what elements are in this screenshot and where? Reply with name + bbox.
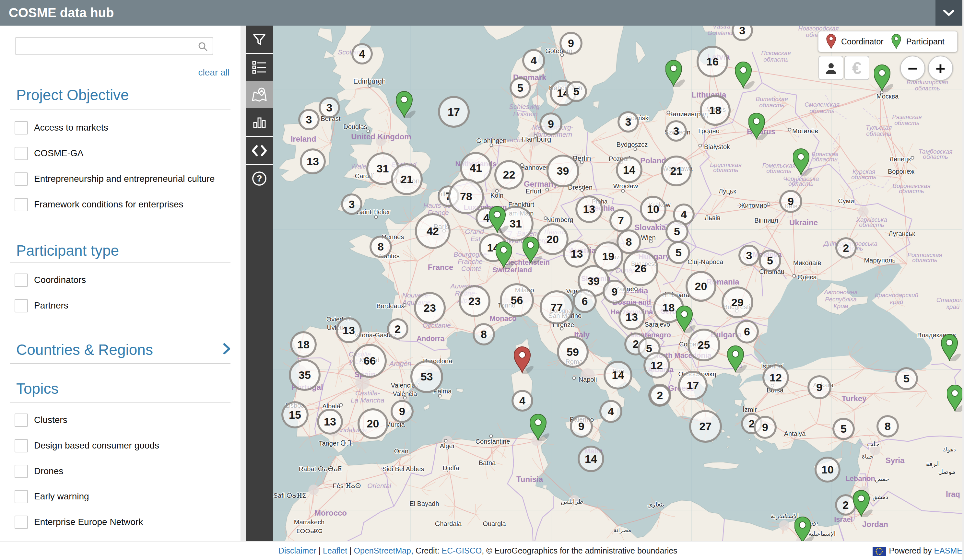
- svg-text:Grand-: Grand-: [465, 228, 486, 235]
- svg-text:حماة: حماة: [862, 453, 874, 460]
- svg-text:Edinburgh: Edinburgh: [353, 77, 386, 85]
- svg-text:Hannover: Hannover: [520, 164, 549, 171]
- svg-text:Tanger Ⴇ.Ⴈ.: Tanger Ⴇ.Ⴈ.: [319, 440, 353, 447]
- svg-text:İzmir: İzmir: [743, 406, 757, 413]
- svg-text:Ireland: Ireland: [291, 135, 316, 143]
- svg-text:область: область: [851, 174, 876, 181]
- svg-text:край: край: [946, 303, 960, 310]
- svg-text:Ставропол: Ставропол: [936, 296, 964, 303]
- svg-text:область: область: [713, 166, 738, 173]
- svg-text:Djelfa: Djelfa: [443, 464, 459, 472]
- svg-text:Витебская: Витебская: [756, 96, 788, 103]
- svg-text:Fès ⴼⴰⵙ: Fès ⴼⴰⵙ: [332, 482, 361, 489]
- svg-text:Saint Helier: Saint Helier: [357, 208, 390, 215]
- svg-text:Wien: Wien: [641, 234, 656, 241]
- svg-text:الرقة: الرقة: [926, 460, 940, 468]
- svg-text:Białystok: Białystok: [704, 143, 730, 150]
- svg-text:Franche-: Franche-: [458, 258, 485, 265]
- svg-text:Rabat ⵔⴰⴱⴰⵟ: Rabat ⵔⴰⴱⴰⵟ: [299, 466, 342, 472]
- svg-text:حلب: حلب: [867, 440, 880, 448]
- svg-text:Маріуполь: Маріуполь: [864, 257, 895, 264]
- svg-text:Краснодарский: Краснодарский: [875, 291, 918, 298]
- svg-text:Napoli: Napoli: [579, 376, 597, 383]
- svg-text:область: область: [809, 107, 834, 114]
- svg-text:Могилёв: Могилёв: [792, 127, 818, 135]
- svg-text:Рязанская: Рязанская: [892, 114, 922, 120]
- svg-text:Israel: Israel: [834, 515, 853, 523]
- svg-text:область: область: [759, 102, 784, 109]
- svg-text:область: область: [788, 180, 813, 187]
- svg-text:Oran: Oran: [394, 448, 409, 455]
- svg-text:Tunisia: Tunisia: [516, 475, 543, 483]
- svg-text:بنغازي: بنغازي: [647, 501, 664, 508]
- svg-text:Гродно: Гродно: [698, 127, 719, 135]
- svg-text:Житомир: Житомир: [739, 202, 767, 209]
- svg-text:область: область: [866, 130, 891, 137]
- svg-text:Slovakia: Slovakia: [634, 223, 666, 232]
- svg-text:Миколаїв: Миколаїв: [793, 259, 821, 266]
- svg-text:Batna: Batna: [479, 459, 496, 466]
- svg-text:Marrakech: Marrakech: [294, 519, 324, 526]
- svg-text:Douglas: Douglas: [343, 123, 367, 130]
- svg-text:область: область: [899, 188, 924, 194]
- svg-text:Wrocław: Wrocław: [613, 182, 638, 190]
- svg-text:Jordan: Jordan: [862, 520, 888, 529]
- svg-text:Автономна: Автономна: [824, 289, 858, 296]
- svg-text:Castilla-: Castilla-: [355, 389, 380, 397]
- svg-text:Aragón: Aragón: [389, 360, 411, 367]
- svg-text:область: область: [859, 221, 884, 228]
- svg-text:ⵎⵔⵔⴰⴽⵛ: ⵎⵔⵔⴰⴽⵛ: [296, 528, 322, 534]
- svg-text:Holstein: Holstein: [513, 110, 538, 118]
- svg-text:Poland: Poland: [640, 156, 666, 165]
- svg-text:Antalya: Antalya: [784, 430, 806, 437]
- svg-text:Воронеж: Воронеж: [888, 168, 915, 175]
- svg-text:Bordeaux: Bordeaux: [376, 302, 404, 309]
- svg-text:Москва: Москва: [876, 93, 899, 100]
- svg-text:Lebanon: Lebanon: [845, 474, 875, 483]
- svg-text:Morocco: Morocco: [314, 508, 347, 517]
- svg-text:край: край: [890, 298, 904, 305]
- svg-text:United Kingdom: United Kingdom: [351, 132, 411, 141]
- svg-text:Syria: Syria: [886, 456, 905, 465]
- svg-text:طرابلس: طرابلس: [561, 498, 583, 505]
- svg-text:Turkey: Turkey: [842, 394, 867, 403]
- svg-text:Dresden: Dresden: [568, 184, 593, 191]
- svg-text:حمص: حمص: [875, 476, 889, 483]
- svg-text:El Bayadh: El Bayadh: [409, 500, 439, 507]
- svg-text:Sidi Bel Abbes: Sidi Bel Abbes: [383, 466, 424, 472]
- svg-text:مصراتة: مصراتة: [614, 527, 632, 534]
- svg-text:Вінниця: Вінниця: [754, 217, 778, 224]
- svg-text:Республіка: Республіка: [825, 296, 857, 303]
- svg-text:Köln: Köln: [490, 192, 503, 199]
- svg-text:Erfurt: Erfurt: [526, 188, 542, 195]
- svg-text:Alger: Alger: [440, 442, 455, 449]
- svg-text:Iraq: Iraq: [946, 490, 960, 498]
- svg-text:Constantine: Constantine: [475, 438, 510, 445]
- svg-text:?: ?: [256, 173, 262, 184]
- svg-text:Луцьк: Луцьк: [719, 188, 736, 195]
- svg-text:Ghardaia: Ghardaia: [435, 520, 462, 527]
- svg-text:область: область: [894, 120, 919, 126]
- svg-text:Львів: Львів: [704, 214, 720, 221]
- svg-text:Ouargla: Ouargla: [483, 520, 506, 527]
- svg-text:Groningen: Groningen: [476, 137, 506, 144]
- svg-text:Schleswig-: Schleswig-: [509, 103, 542, 110]
- svg-text:Comté: Comté: [461, 265, 481, 272]
- svg-text:Ukraine: Ukraine: [789, 218, 818, 227]
- svg-text:Суми: Суми: [838, 197, 854, 205]
- svg-text:Одеса: Одеса: [797, 273, 817, 281]
- svg-text:Липецк: Липецк: [889, 156, 911, 163]
- svg-text:область: область: [915, 85, 940, 92]
- svg-text:Псковская: Псковская: [761, 50, 791, 56]
- svg-text:Oriental: Oriental: [367, 482, 392, 489]
- svg-text:Cluj-Napoca: Cluj-Napoca: [687, 258, 723, 265]
- svg-text:Bydgoszcz: Bydgoszcz: [617, 141, 648, 148]
- svg-text:Тульская: Тульская: [866, 124, 892, 131]
- svg-text:область: область: [923, 153, 948, 160]
- svg-text:Safi ⵙⴰⴼⵉ: Safi ⵙⴰⴼⵉ: [274, 492, 306, 499]
- svg-text:La Mancha: La Mancha: [351, 396, 384, 404]
- svg-text:область: область: [763, 56, 788, 63]
- svg-text:Andorra: Andorra: [417, 334, 445, 343]
- svg-text:Est: Est: [471, 235, 481, 243]
- svg-text:Nürnberg: Nürnberg: [546, 216, 573, 223]
